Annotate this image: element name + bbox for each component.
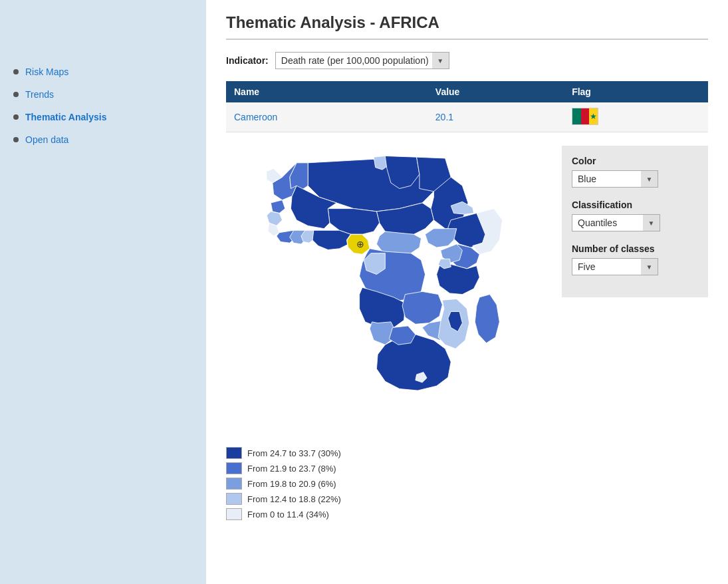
- sidebar-label: Open data: [25, 134, 68, 145]
- legend-color-swatch: [226, 447, 242, 459]
- color-label: Color: [572, 156, 698, 166]
- africa-map: ⊕: [226, 146, 548, 434]
- sidebar-bullet: [13, 137, 19, 142]
- sidebar-bullet: [13, 69, 19, 74]
- legend-color-swatch: [226, 493, 242, 505]
- sidebar-label: Trends: [25, 89, 54, 100]
- flag-stripe-green: [572, 108, 581, 124]
- legend-label: From 19.8 to 20.9 (6%): [247, 479, 336, 489]
- cell-value: 20.1: [427, 102, 564, 132]
- controls-panel: Color BlueRedGreen ▼ Classification Quan…: [562, 146, 708, 297]
- col-flag: Flag: [564, 81, 708, 102]
- sidebar-bullet: [13, 114, 19, 120]
- flag-star: ★: [590, 112, 597, 120]
- sidebar-item-thematic-analysis[interactable]: Thematic Analysis: [13, 112, 193, 122]
- num-classes-select-wrapper: OneTwoThreeFourFive ▼: [572, 258, 658, 275]
- legend-item: From 24.7 to 33.7 (30%): [226, 447, 548, 459]
- legend-item: From 19.8 to 20.9 (6%): [226, 478, 548, 490]
- sidebar-item-risk-maps[interactable]: Risk Maps: [13, 67, 193, 77]
- legend-label: From 12.4 to 18.8 (22%): [247, 494, 341, 504]
- table-row: Cameroon20.1★: [226, 102, 708, 132]
- classification-select-wrapper: QuantilesEqual IntervalNatural Breaks ▼: [572, 214, 660, 231]
- sidebar-label: Thematic Analysis: [25, 112, 106, 122]
- legend-item: From 0 to 11.4 (34%): [226, 508, 548, 520]
- cell-flag: ★: [564, 102, 708, 132]
- data-table: Name Value Flag Cameroon20.1★: [226, 81, 708, 132]
- legend-color-swatch: [226, 478, 242, 490]
- sidebar-item-open-data[interactable]: Open data: [13, 134, 193, 145]
- indicator-row: Indicator: Death rate (per 100,000 popul…: [226, 52, 708, 69]
- color-control-group: Color BlueRedGreen ▼: [572, 156, 698, 188]
- indicator-label: Indicator:: [226, 55, 269, 66]
- legend-label: From 24.7 to 33.7 (30%): [247, 448, 341, 458]
- num-classes-control-group: Number of classes OneTwoThreeFourFive ▼: [572, 243, 698, 275]
- legend-color-swatch: [226, 508, 242, 520]
- col-name: Name: [226, 81, 427, 102]
- flag-cameroon: ★: [572, 108, 598, 125]
- indicator-select[interactable]: Death rate (per 100,000 population): [275, 52, 449, 69]
- legend-color-swatch: [226, 462, 242, 474]
- cell-name[interactable]: Cameroon: [226, 102, 427, 132]
- indicator-select-wrapper: Death rate (per 100,000 population) ▼: [275, 52, 449, 69]
- svg-text:⊕: ⊕: [356, 239, 364, 249]
- sidebar-label: Risk Maps: [25, 67, 68, 77]
- legend-area: From 24.7 to 33.7 (30%)From 21.9 to 23.7…: [226, 447, 548, 520]
- map-container: ⊕ From 24.7 to 33.7 (30%)From 21.9 to 23…: [226, 146, 548, 523]
- color-select-wrapper: BlueRedGreen ▼: [572, 170, 658, 188]
- table-header: Name Value Flag: [226, 81, 708, 102]
- legend-label: From 21.9 to 23.7 (8%): [247, 464, 336, 474]
- main-content: Thematic Analysis - AFRICA Indicator: De…: [206, 0, 728, 584]
- num-classes-select[interactable]: OneTwoThreeFourFive: [572, 258, 658, 275]
- sidebar: Risk MapsTrendsThematic AnalysisOpen dat…: [0, 0, 206, 584]
- legend-item: From 21.9 to 23.7 (8%): [226, 462, 548, 474]
- legend-label: From 0 to 11.4 (34%): [247, 510, 329, 519]
- flag-stripe-red: [581, 108, 590, 124]
- sidebar-bullet: [13, 92, 19, 97]
- classification-control-group: Classification QuantilesEqual IntervalNa…: [572, 200, 698, 231]
- page-title: Thematic Analysis - AFRICA: [226, 13, 708, 40]
- classification-select[interactable]: QuantilesEqual IntervalNatural Breaks: [572, 214, 660, 231]
- classification-label: Classification: [572, 200, 698, 210]
- sidebar-nav: Risk MapsTrendsThematic AnalysisOpen dat…: [13, 67, 193, 145]
- sidebar-item-trends[interactable]: Trends: [13, 89, 193, 100]
- flag-stripe-yellow: ★: [589, 108, 598, 124]
- color-select[interactable]: BlueRedGreen: [572, 170, 658, 188]
- legend-item: From 12.4 to 18.8 (22%): [226, 493, 548, 505]
- table-body: Cameroon20.1★: [226, 102, 708, 132]
- map-controls-row: ⊕ From 24.7 to 33.7 (30%)From 21.9 to 23…: [226, 146, 708, 523]
- col-value: Value: [427, 81, 564, 102]
- num-classes-label: Number of classes: [572, 243, 698, 254]
